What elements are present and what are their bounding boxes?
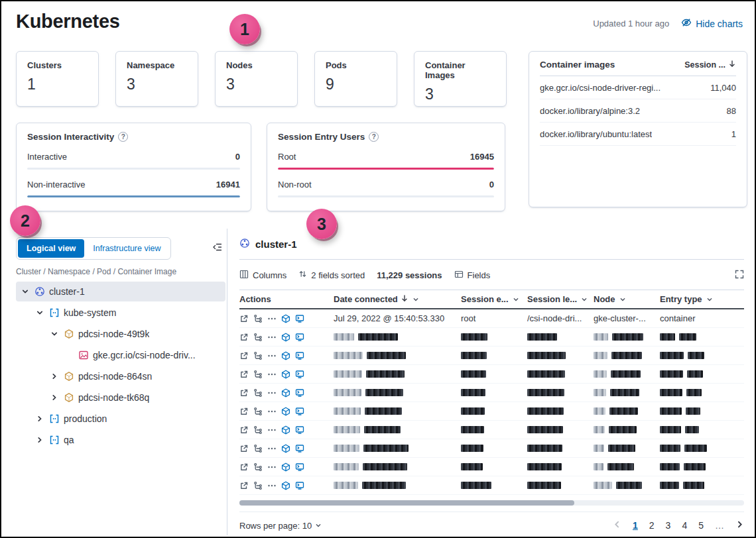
help-icon[interactable]: ? [118, 132, 128, 142]
tree-toggle[interactable] [34, 436, 45, 444]
columns-button[interactable]: Columns [239, 270, 286, 281]
tree-toggle[interactable] [20, 288, 31, 296]
session-viewer-icon[interactable] [295, 462, 304, 472]
session-row-redacted[interactable] [239, 384, 744, 402]
chevron-down-icon[interactable] [36, 309, 44, 317]
more-actions-icon[interactable] [267, 425, 277, 435]
column-header-node[interactable]: Node [594, 294, 660, 304]
chevron-down-icon[interactable] [50, 330, 58, 338]
expand-row-icon[interactable] [239, 333, 249, 342]
expand-row-icon[interactable] [239, 462, 249, 472]
page-button-1[interactable]: 1 [633, 520, 638, 531]
hide-charts-button[interactable]: Hide charts [681, 17, 743, 30]
tree-toggle[interactable] [34, 309, 45, 317]
session-viewer-icon[interactable] [295, 425, 304, 435]
column-header-date-connected[interactable]: Date connected [334, 294, 461, 304]
process-tree-icon[interactable] [253, 370, 263, 379]
more-actions-icon[interactable] [267, 388, 277, 398]
fields-button[interactable]: Fields [454, 270, 491, 281]
column-header-entry-type[interactable]: Entry type [660, 294, 721, 304]
chevron-right-icon[interactable] [50, 394, 58, 402]
page-button-3[interactable]: 3 [666, 520, 671, 531]
process-tree-icon[interactable] [253, 481, 263, 490]
chevron-right-icon[interactable] [50, 372, 58, 380]
expand-row-icon[interactable] [239, 370, 249, 379]
column-menu-icon[interactable] [513, 296, 519, 303]
more-actions-icon[interactable] [267, 314, 277, 323]
session-viewer-icon[interactable] [295, 407, 304, 416]
tree-item-pdcsi-node-tk68q[interactable]: pdcsi-node-tk68q [16, 388, 225, 407]
session-viewer-icon[interactable] [295, 333, 304, 342]
process-tree-icon[interactable] [253, 425, 263, 435]
expand-row-icon[interactable] [239, 481, 249, 490]
process-tree-icon[interactable] [253, 462, 263, 472]
more-actions-icon[interactable] [267, 407, 277, 416]
expand-row-icon[interactable] [239, 425, 249, 435]
previous-page-button[interactable] [613, 520, 621, 531]
more-actions-icon[interactable] [267, 370, 277, 379]
container-icon[interactable] [281, 444, 290, 453]
expand-row-icon[interactable] [239, 314, 249, 323]
column-menu-icon[interactable] [581, 296, 588, 303]
logical-view-button[interactable]: Logical view [18, 239, 84, 258]
tree-item-production[interactable]: production [16, 409, 225, 429]
sorted-fields-button[interactable]: 2 fields sorted [298, 270, 365, 280]
tree-item-kube-system[interactable]: kube-system [16, 303, 225, 323]
more-actions-icon[interactable] [267, 351, 277, 360]
session-row-redacted[interactable] [239, 365, 744, 384]
tree-item-pdcsi-node-864sn[interactable]: pdcsi-node-864sn [16, 366, 225, 386]
fullscreen-button[interactable] [735, 270, 744, 281]
process-tree-icon[interactable] [253, 333, 263, 342]
session-viewer-icon[interactable] [295, 481, 304, 490]
column-header-session-leader[interactable]: Session le... [527, 294, 594, 304]
tree-item-qa[interactable]: qa [16, 430, 225, 450]
more-actions-icon[interactable] [267, 333, 277, 342]
page-button-5[interactable]: 5 [698, 520, 704, 531]
container-icon[interactable] [281, 314, 290, 323]
container-icon[interactable] [281, 388, 290, 398]
rows-per-page-button[interactable]: Rows per page: 10 [239, 521, 322, 531]
infrastructure-view-button[interactable]: Infrastructure view [84, 239, 169, 258]
column-menu-icon[interactable] [619, 296, 626, 303]
session-viewer-icon[interactable] [295, 351, 304, 360]
session-viewer-icon[interactable] [295, 444, 304, 453]
container-icon[interactable] [281, 481, 290, 490]
horizontal-scrollbar[interactable] [239, 500, 744, 506]
session-row-redacted[interactable] [239, 439, 744, 458]
process-tree-icon[interactable] [253, 388, 263, 398]
chevron-right-icon[interactable] [36, 415, 44, 423]
session-row-redacted[interactable] [239, 476, 744, 495]
next-page-button[interactable] [735, 520, 744, 531]
tree-toggle[interactable] [49, 372, 60, 380]
column-menu-icon[interactable] [706, 296, 713, 303]
session-viewer-icon[interactable] [295, 388, 304, 398]
sessions-sort-button[interactable]: Session ... [684, 60, 736, 70]
expand-row-icon[interactable] [239, 407, 249, 416]
session-row-redacted[interactable] [239, 328, 744, 347]
more-actions-icon[interactable] [267, 481, 277, 490]
scrollbar-thumb[interactable] [239, 500, 574, 506]
process-tree-icon[interactable] [253, 351, 263, 360]
tree-item-cluster-1[interactable]: cluster-1 [16, 282, 225, 301]
container-icon[interactable] [281, 370, 290, 379]
column-header-session-entry[interactable]: Session e... [461, 294, 527, 304]
tree-toggle[interactable] [49, 330, 60, 338]
session-row-redacted[interactable] [239, 347, 744, 365]
container-icon[interactable] [281, 407, 290, 416]
tree-item-pdcsi-node-49t9k[interactable]: pdcsi-node-49t9k [16, 324, 225, 344]
column-menu-icon[interactable] [412, 296, 419, 303]
process-tree-icon[interactable] [253, 314, 263, 323]
process-tree-icon[interactable] [253, 407, 263, 416]
tree-item-gke-gcr-io-csi-node-driv-[interactable]: gke.gcr.io/csi-node-driv... [16, 345, 225, 365]
help-icon[interactable]: ? [369, 132, 379, 142]
tree-toggle[interactable] [34, 415, 45, 423]
session-row-redacted[interactable] [239, 421, 744, 439]
session-viewer-icon[interactable] [295, 314, 304, 323]
chevron-right-icon[interactable] [36, 436, 44, 444]
chevron-down-icon[interactable] [21, 288, 29, 296]
expand-row-icon[interactable] [239, 388, 249, 398]
container-icon[interactable] [281, 425, 290, 435]
collapse-panel-button[interactable] [210, 239, 225, 258]
session-row-redacted[interactable] [239, 402, 744, 421]
expand-row-icon[interactable] [239, 351, 249, 360]
